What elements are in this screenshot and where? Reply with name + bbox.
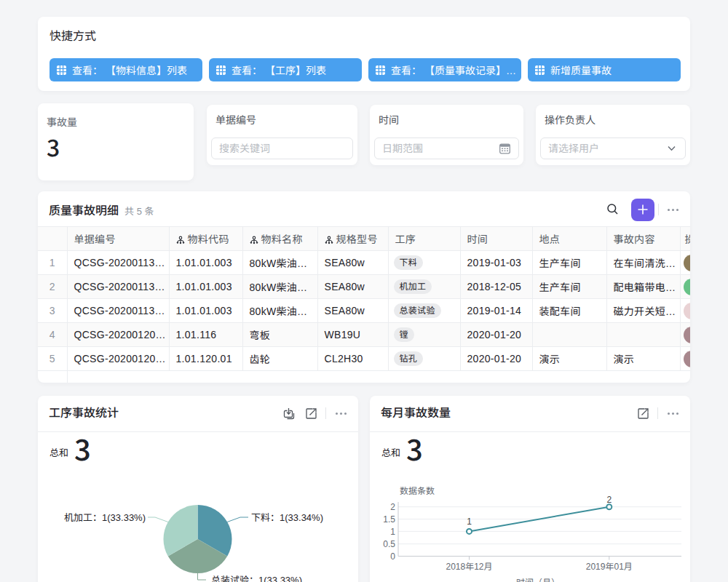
svg-text:2: 2 (606, 495, 612, 505)
svg-text:2019年01月: 2019年01月 (586, 562, 633, 572)
svg-text:0.5: 0.5 (383, 539, 395, 549)
svg-text:总装试验：1(33.33%): 总装试验：1(33.33%) (211, 575, 302, 582)
svg-text:1: 1 (390, 527, 395, 537)
svg-text:机加工：1(33.33%): 机加工：1(33.33%) (64, 512, 146, 523)
svg-text:1.5: 1.5 (383, 514, 395, 525)
svg-text:1: 1 (467, 517, 472, 527)
svg-text:数据条数: 数据条数 (400, 486, 435, 496)
svg-text:下料：1(33.34%): 下料：1(33.34%) (251, 512, 323, 523)
svg-text:0: 0 (390, 551, 395, 562)
svg-text:2: 2 (390, 502, 395, 512)
svg-text:2018年12月: 2018年12月 (446, 562, 492, 572)
